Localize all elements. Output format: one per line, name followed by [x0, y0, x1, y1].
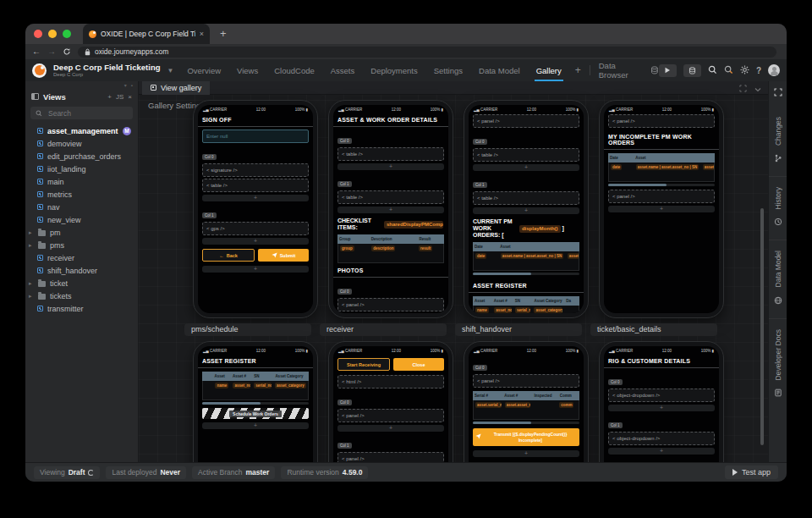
field-chip: asset_no [494, 307, 512, 313]
app-name: Deep C Corp Field Ticketing [53, 63, 161, 72]
gallery-scrollbar[interactable] [760, 208, 764, 445]
sidebar-item-asset-management[interactable]: asset_managementM [25, 124, 138, 137]
data-table: Serial #Asset #InspectedCommasset.serial… [473, 391, 579, 420]
phone-preview-7[interactable]: ▂▄ CARRIER12:00100% ▮Col 0< panel />Seri… [464, 341, 589, 462]
add-view-button[interactable]: + [107, 93, 112, 101]
run-button[interactable] [659, 64, 677, 77]
sidebar-item-receiver[interactable]: receiver [25, 251, 138, 264]
panel-menu-icon[interactable]: ▪ [131, 83, 133, 89]
right-tab-history[interactable]: History [769, 176, 787, 240]
sidebar-item-edit-purchase-orders[interactable]: edit_purchase_orders [25, 150, 138, 163]
right-tab-data-model[interactable]: Data Model [769, 240, 787, 317]
sidebar-item-iiot-landing[interactable]: iiot_landing [25, 163, 138, 175]
nav-item-settings[interactable]: Settings [434, 66, 463, 75]
table-header-cell: Date [473, 242, 498, 251]
sidebar-item-main[interactable]: main [25, 175, 138, 188]
close-tab-icon[interactable]: × [200, 30, 204, 38]
close-window-button[interactable] [34, 30, 42, 38]
phone-preview-1[interactable]: ▂▄ CARRIER12:00100% ▮SIGN OFFEnter nullC… [193, 100, 318, 318]
phone-preview-6[interactable]: ▂▄ CARRIER12:00100% ▮Start ReceivingClos… [328, 341, 453, 462]
gallery-caption-pms-schedule[interactable]: pms/schedule [184, 323, 311, 336]
status-time: 12:00 [256, 107, 266, 112]
gallery-caption-receiver[interactable]: receiver [320, 323, 447, 336]
phone-preview-5[interactable]: ▂▄ CARRIER12:00100% ▮ASSET REGISTERAsset… [193, 341, 318, 462]
gallery-caption-shift-handover[interactable]: shift_handover [455, 323, 582, 336]
phone-preview-4[interactable]: ▂▄ CARRIER12:00100% ▮< panel />MY INCOMP… [599, 100, 724, 318]
button-label: Start Receiving [347, 362, 381, 367]
phone-preview-8[interactable]: ▂▄ CARRIER12:00100% ▮RIG & CUSTOMER DETA… [599, 341, 724, 462]
search-input[interactable] [47, 108, 114, 118]
right-tab-changes[interactable]: Changes [769, 107, 787, 176]
fit-view-icon[interactable] [739, 81, 747, 96]
code-expression: sharedDisplayPMComp [384, 221, 444, 229]
minimize-window-button[interactable] [48, 30, 57, 38]
expand-caret-icon[interactable]: ▸ [29, 242, 34, 249]
nav-item-data-model[interactable]: Data Model [479, 66, 520, 75]
nav-item-deployments[interactable]: Deployments [370, 66, 417, 75]
column-tag-row: Col 1 [608, 415, 715, 430]
panel-collapse-icon[interactable]: ▾ [124, 83, 127, 89]
nav-actions: ? [659, 63, 780, 78]
sidebar-item-transmitter[interactable]: transmitter [25, 302, 138, 315]
phone-preview-3[interactable]: ▂▄ CARRIER12:00100% ▮< panel />Col 0< ta… [464, 100, 589, 318]
right-tab-developer-docs[interactable]: Developer Docs [769, 318, 787, 411]
screen-title: ASSET REGISTER [469, 278, 584, 293]
sidebar-item-new-view[interactable]: new_view [25, 213, 138, 226]
sync-spinner-icon [88, 470, 94, 476]
submit-button: Submit [258, 249, 309, 262]
app-switcher-chevron-icon[interactable]: ▼ [167, 67, 174, 74]
sidebar-item-ticket[interactable]: ▸ticket [25, 277, 138, 289]
database-panel-button[interactable] [683, 64, 701, 77]
zoom-window-button[interactable] [63, 30, 71, 38]
forward-icon[interactable]: → [47, 47, 56, 56]
button-row: Start ReceivingClose [337, 358, 444, 371]
sidebar-item-pms[interactable]: ▸pms [25, 239, 138, 251]
sidebar-item-metrics[interactable]: metrics [25, 188, 138, 201]
expand-caret-icon[interactable]: ▸ [29, 293, 34, 300]
user-avatar[interactable] [768, 64, 780, 76]
sidebar-item-tickets[interactable]: ▸tickets [25, 289, 138, 302]
nav-item-assets[interactable]: Assets [331, 66, 355, 75]
sidebar-item-shift-handover[interactable]: shift_handover [25, 264, 138, 277]
expand-caret-icon[interactable]: ▸ [29, 280, 34, 287]
carrier-indicator: ▂▄ CARRIER [338, 349, 362, 353]
view-icon [37, 204, 43, 210]
back-icon[interactable]: ← [32, 47, 41, 56]
sidebar-item-pm[interactable]: ▸pm [25, 226, 138, 239]
sidebar-item-nav[interactable]: nav [25, 201, 138, 213]
tab-view-gallery[interactable]: View gallery [142, 81, 210, 95]
address-bar[interactable]: oxide.journeyapps.com [78, 47, 776, 58]
reload-icon[interactable] [63, 44, 71, 59]
help-button[interactable]: ? [756, 66, 761, 75]
right-tab-label: Developer Docs [774, 329, 782, 380]
settings-gear-icon[interactable] [740, 63, 749, 78]
data-browser-link[interactable]: Data Browser [599, 61, 659, 80]
app-identity[interactable]: Deep C Corp Field Ticketing Deep C Corp [53, 63, 161, 78]
nav-item-views[interactable]: Views [237, 66, 258, 75]
test-app-button[interactable]: Test app [725, 466, 778, 479]
table-cell: serial_no [513, 306, 532, 313]
search-replace-icon[interactable] [724, 63, 733, 78]
nav-item-cloudcode[interactable]: CloudCode [274, 66, 315, 75]
field-chip: description [371, 245, 395, 251]
gallery-caption-ticket-basic-details[interactable]: ticket/basic_details [590, 323, 717, 336]
close-panel-button[interactable]: × [128, 93, 132, 101]
sidebar-search[interactable] [30, 107, 133, 119]
js-toggle-button[interactable]: JS [116, 93, 123, 101]
nav-item-overview[interactable]: Overview [187, 66, 221, 75]
add-module-button[interactable]: + [575, 64, 581, 76]
phone-screen-body: < panel />Col 0< table />+Col 1< table /… [469, 114, 584, 313]
oxide-logo-icon[interactable] [32, 63, 47, 78]
sidebar-item-demoview[interactable]: demoview [25, 137, 138, 150]
expand-caret-icon[interactable]: ▸ [29, 229, 34, 236]
views-sidebar: ▾ ▪ Views + JS × asset_managementMdemovi… [25, 81, 139, 462]
chevron-down-icon[interactable] [754, 81, 761, 96]
search-icon[interactable] [708, 63, 717, 78]
browser-tab[interactable]: OXIDE | Deep C Corp Field Tick × [83, 24, 210, 44]
add-component-row: + [473, 207, 579, 214]
new-tab-button[interactable]: + [220, 30, 227, 38]
sidebar-mini-controls: ▾ ▪ [25, 81, 138, 89]
nav-item-gallery[interactable]: Gallery [536, 66, 562, 75]
phone-preview-2[interactable]: ▂▄ CARRIER12:00100% ▮ASSET & WORK ORDER … [328, 100, 453, 318]
expand-panel-icon[interactable] [774, 85, 782, 100]
